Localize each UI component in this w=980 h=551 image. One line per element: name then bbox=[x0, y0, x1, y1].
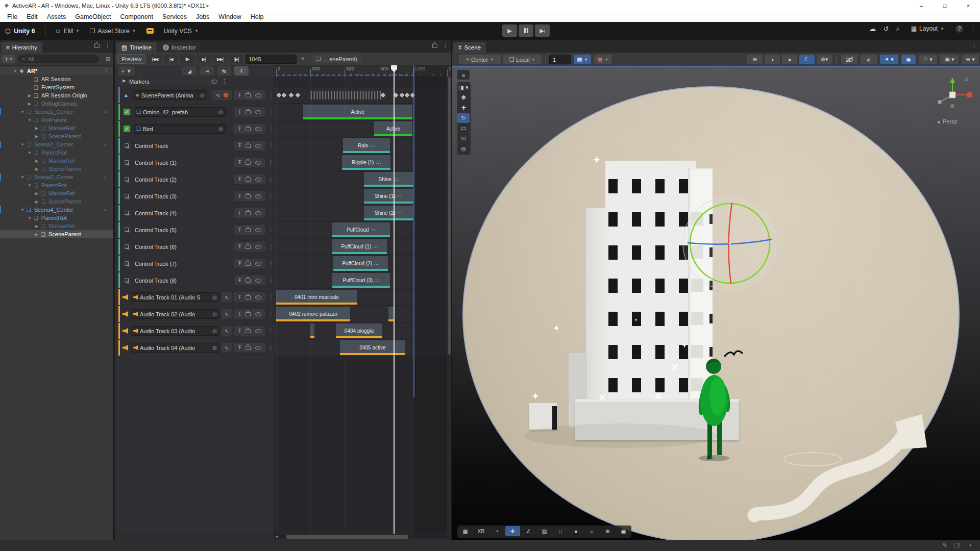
hierarchy-item-scena2-center[interactable]: ▼❏Scena2_Center› bbox=[0, 140, 113, 148]
clip-0405-active[interactable]: 0405 active bbox=[340, 340, 405, 355]
xb-button[interactable]: XB bbox=[474, 526, 488, 536]
maximize-button[interactable]: □ bbox=[933, 0, 957, 11]
pin-icon[interactable]: Ŧ bbox=[238, 126, 241, 132]
pin-icon[interactable]: Ŧ bbox=[238, 109, 241, 115]
track-menu-icon[interactable]: ⋮ bbox=[268, 193, 274, 199]
menu-help[interactable]: Help bbox=[247, 12, 268, 21]
scene-menu-icon[interactable]: ⋮ bbox=[104, 68, 109, 74]
keyframe-diamond[interactable] bbox=[400, 93, 405, 98]
expand-arrow-icon[interactable]: ▶ bbox=[34, 224, 39, 229]
object-picker-icon[interactable]: ◎ bbox=[212, 345, 217, 350]
prefab-open-chevron-icon[interactable]: › bbox=[105, 142, 106, 147]
lock-icon[interactable] bbox=[432, 44, 437, 48]
hierarchy-item-markerref[interactable]: ▶❏MarkerRef bbox=[0, 124, 113, 132]
track-header-control-track--6-[interactable]: ❏{}Control Track (6)Ŧ⋮ bbox=[118, 239, 273, 255]
lock-icon[interactable] bbox=[246, 161, 251, 165]
preview-toggle[interactable]: Preview bbox=[117, 54, 145, 64]
gizmo-neg-y-handle[interactable] bbox=[950, 104, 954, 108]
track-menu-icon[interactable]: ⋮ bbox=[268, 260, 274, 267]
eye-icon[interactable] bbox=[255, 346, 261, 350]
lock-icon[interactable] bbox=[246, 228, 251, 232]
activity-icon[interactable]: ✎ bbox=[942, 542, 947, 549]
lock-icon[interactable] bbox=[246, 312, 251, 316]
tab-scene[interactable]: #Scene bbox=[453, 42, 486, 53]
hscroll-left-arrow-icon[interactable]: ◀ bbox=[275, 535, 278, 539]
pause-button[interactable] bbox=[519, 24, 533, 37]
display-button[interactable]: ▣ bbox=[616, 526, 631, 536]
track-lane[interactable]: Shine (1)∴∴ bbox=[274, 188, 448, 204]
clip-puffcloud--2-[interactable]: PuffCloud (2)∴∴ bbox=[333, 256, 388, 271]
track-menu-icon[interactable]: ⋮ bbox=[268, 294, 274, 300]
keyframe-diamond[interactable] bbox=[289, 93, 294, 98]
persp-label[interactable]: ◄Persp bbox=[936, 118, 958, 124]
track-header-control-track[interactable]: ❏{}Control TrackŦ⋮ bbox=[118, 138, 273, 154]
track-lane[interactable] bbox=[274, 87, 448, 103]
timeline-asset-field[interactable]: ❏... eneParent) bbox=[312, 55, 361, 63]
prev-frame-button[interactable]: |◀ bbox=[164, 55, 178, 63]
hierarchy-item-markerref[interactable]: ▶❏MarkerRef bbox=[0, 222, 113, 230]
track-header-audio-track-01--audio-s[interactable]: Audio Track 01 (Audio S◎∿Ŧ⋮ bbox=[118, 289, 273, 305]
rect-tool-icon[interactable]: ▭ bbox=[457, 123, 470, 133]
next-frame-button[interactable]: ▶| bbox=[197, 55, 211, 63]
clip-puffcloud[interactable]: PuffCloud∴∴ bbox=[332, 222, 390, 237]
track-object-field[interactable]: Audio Track 02 (Audio◎ bbox=[131, 309, 219, 319]
pin-icon[interactable]: Ŧ bbox=[238, 92, 241, 98]
track-menu-icon[interactable]: ⋮ bbox=[268, 210, 274, 216]
play-range-button[interactable]: [▶] bbox=[229, 55, 243, 63]
pin-icon[interactable]: Ŧ bbox=[238, 345, 241, 350]
pin-icon[interactable]: Ŧ bbox=[238, 210, 241, 216]
pin-icon[interactable]: Ŧ bbox=[238, 227, 241, 233]
expand-arrow-icon[interactable]: ▼ bbox=[20, 208, 25, 212]
gizmo-x-handle[interactable] bbox=[967, 92, 972, 97]
track-header-control-track--1-[interactable]: ❏{}Control Track (1)Ŧ⋮ bbox=[118, 155, 273, 170]
hierarchy-item-parentrot[interactable]: ▼❏ParentRot bbox=[0, 214, 113, 222]
lock-icon[interactable] bbox=[246, 93, 251, 97]
pin-icon[interactable]: Ŧ bbox=[238, 177, 241, 182]
clip-puffcloud--1-[interactable]: PuffCloud (1)∴∴ bbox=[332, 239, 387, 254]
scene-home-icon[interactable]: ⌂ bbox=[964, 76, 968, 83]
pivot-dropdown[interactable]: ⌖Center▼ bbox=[459, 55, 501, 64]
frame-dropdown-icon[interactable]: ▼ bbox=[301, 57, 305, 61]
layers-dropdown[interactable]: ≣ ▾ bbox=[919, 55, 937, 64]
pin-icon[interactable]: Ŧ bbox=[238, 244, 241, 249]
track-menu-icon[interactable]: ⋮ bbox=[268, 311, 274, 317]
hierarchy-item-scena4-center[interactable]: ▼❏Scena4_Center› bbox=[0, 206, 113, 214]
object-picker-icon[interactable]: ◎ bbox=[218, 126, 223, 132]
eye-icon[interactable] bbox=[255, 178, 261, 182]
track-header-control-track--3-[interactable]: ❏{}Control Track (3)Ŧ⋮ bbox=[118, 188, 273, 204]
pin-icon[interactable]: Ŧ bbox=[238, 328, 241, 334]
track-menu-icon[interactable]: ⋮ bbox=[268, 159, 274, 166]
expand-arrow-icon[interactable]: ▶ bbox=[34, 232, 39, 237]
lock-icon[interactable] bbox=[246, 110, 251, 114]
clip-shine--2-[interactable]: Shine (2)∴∴ bbox=[364, 206, 413, 220]
clip-active[interactable]: Active bbox=[303, 105, 412, 119]
eye-icon[interactable] bbox=[255, 228, 261, 232]
expand-arrow-icon[interactable]: ▶ bbox=[34, 126, 39, 131]
clip-0401-intro-musicale[interactable]: 0401 intro musicale bbox=[276, 290, 357, 305]
custom-tool-icon[interactable]: ◎ bbox=[457, 144, 470, 154]
prefab-open-chevron-icon[interactable]: › bbox=[105, 174, 106, 180]
hierarchy-item-scena3-center[interactable]: ▼❏Scena3_Center› bbox=[0, 173, 113, 181]
track-lane[interactable]: Ripple (1)∴∴ bbox=[274, 155, 448, 170]
object-picker-icon[interactable]: ◎ bbox=[212, 311, 217, 317]
goto-start-button[interactable]: |◀◀ bbox=[148, 55, 162, 63]
track-menu-icon[interactable]: ⋮ bbox=[268, 227, 274, 233]
lock-icon[interactable] bbox=[246, 329, 251, 333]
pin-icon[interactable]: Ŧ bbox=[238, 261, 241, 266]
play-button[interactable]: ▶ bbox=[502, 24, 517, 37]
eye-icon[interactable] bbox=[255, 329, 261, 333]
hierarchy-item-debugcanvas[interactable]: ▶❏DebugCanvas bbox=[0, 99, 113, 108]
move-overlay-button[interactable]: ✚ bbox=[505, 526, 520, 536]
timeline-play-button[interactable]: ▶ bbox=[180, 55, 194, 63]
frame-field[interactable] bbox=[246, 55, 297, 64]
lighting-sphere-icon[interactable]: ● bbox=[782, 55, 797, 64]
hierarchy-item-parentrot[interactable]: ▼❏ParentRot bbox=[0, 148, 113, 157]
markers-menu-icon[interactable]: ⋮ bbox=[222, 78, 227, 85]
eye-icon[interactable] bbox=[255, 194, 261, 198]
clip-unnamed[interactable] bbox=[388, 307, 394, 321]
ripple-mode-icon[interactable]: ⇥ bbox=[200, 66, 214, 76]
keyframe-diamond[interactable] bbox=[394, 93, 399, 98]
hierarchy-item-rotparent[interactable]: ▼❏RotParent bbox=[0, 116, 113, 124]
track-menu-icon[interactable]: ⋮ bbox=[268, 328, 274, 334]
sphere-button[interactable]: ● bbox=[569, 526, 583, 536]
